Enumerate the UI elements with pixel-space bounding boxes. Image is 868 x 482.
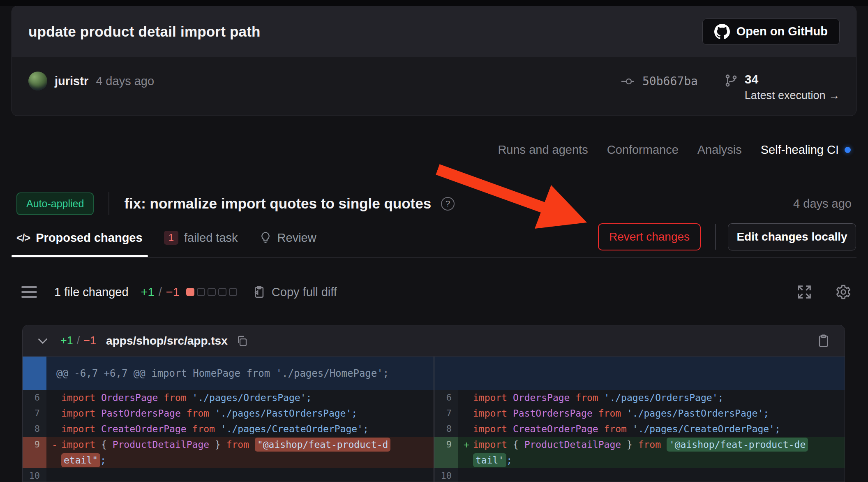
diff-toolbar: 1 file changed +1 / −1 Copy full diff xyxy=(21,282,852,302)
file-diff-card: +1 / −1 apps/shop/src/app.tsx @@ -6,7 +6… xyxy=(22,325,845,482)
tabs-row: </> Proposed changes 1 failed task Revie… xyxy=(16,225,316,250)
copy-file-diff-icon[interactable] xyxy=(816,334,831,348)
revert-changes-button[interactable]: Revert changes xyxy=(598,223,701,250)
failed-count-badge: 1 xyxy=(164,231,178,245)
diff-stat-block xyxy=(218,288,226,296)
author-name: juristr xyxy=(55,74,88,88)
file-diff-stats: +1 / −1 xyxy=(60,334,96,347)
top-nav: Runs and agents Conformance Analysis Sel… xyxy=(498,143,851,157)
diff-stat-block xyxy=(208,288,216,296)
diff-stat-block xyxy=(186,288,194,296)
nav-item-analysis[interactable]: Analysis xyxy=(697,143,742,157)
hunk-header-row: @@ -6,7 +6,7 @@ import HomePage from './… xyxy=(23,357,434,390)
divider xyxy=(715,224,716,250)
chevron-down-icon[interactable] xyxy=(37,338,48,344)
top-strip xyxy=(0,0,868,6)
line-number: 10 xyxy=(434,468,458,482)
diff-line: 9+import { ProductDetailPage } from '@ai… xyxy=(434,437,845,468)
help-icon[interactable]: ? xyxy=(441,197,455,211)
file-diff-header: +1 / −1 apps/shop/src/app.tsx xyxy=(23,325,845,357)
hunk-header-row xyxy=(434,357,845,390)
files-changed-label: 1 file changed xyxy=(54,285,129,299)
copy-path-icon[interactable] xyxy=(236,335,248,347)
active-tab-underline xyxy=(12,255,148,257)
divider xyxy=(108,192,109,215)
tab-failed-task[interactable]: 1 failed task xyxy=(164,231,238,245)
author-group: juristr 4 days ago xyxy=(28,71,154,91)
diff-line: 7import PastOrdersPage from './pages/Pas… xyxy=(434,406,845,421)
diff-panel-before: @@ -6,7 +6,7 @@ import HomePage from './… xyxy=(23,357,434,482)
diff-line: 8import CreateOrderPage from './pages/Cr… xyxy=(434,421,845,437)
diff-line: 10 xyxy=(434,468,845,482)
active-nav-dot xyxy=(845,147,851,153)
diff-line: 9-import { ProductDetailPage } from "@ai… xyxy=(23,437,434,468)
toolbar-right-icons xyxy=(796,284,852,300)
line-number: 7 xyxy=(434,406,458,421)
diff-line: 6import OrdersPage from './pages/OrdersP… xyxy=(434,390,845,406)
diff-stat-block xyxy=(229,288,237,296)
copy-full-diff-button[interactable]: Copy full diff xyxy=(252,285,337,299)
diff-line: 8import CreateOrderPage from './pages/Cr… xyxy=(23,421,434,437)
file-list-menu-icon[interactable] xyxy=(21,286,37,298)
line-number: 6 xyxy=(434,390,458,406)
line-number: 10 xyxy=(23,468,46,482)
execution-count: 34 xyxy=(745,71,840,88)
meta-group: 50b667ba 34 Latest execution → xyxy=(621,71,840,102)
diff-stat-blocks xyxy=(186,288,237,296)
diff-line: 10 xyxy=(23,468,434,482)
edit-changes-locally-button[interactable]: Edit changes locally xyxy=(728,223,856,250)
nav-item-runs-and-agents[interactable]: Runs and agents xyxy=(498,143,588,157)
latest-execution-link[interactable]: Latest execution → xyxy=(745,89,840,102)
line-number: 9 xyxy=(23,437,46,468)
line-number: 8 xyxy=(434,421,458,437)
git-commit-icon xyxy=(621,77,637,86)
commit-group[interactable]: 50b667ba xyxy=(621,74,698,88)
diff-line: 6import OrdersPage from './pages/OrdersP… xyxy=(23,390,434,406)
file-path: apps/shop/src/app.tsx xyxy=(106,334,228,348)
gear-icon[interactable] xyxy=(835,284,852,300)
tab-proposed-changes[interactable]: </> Proposed changes xyxy=(16,231,143,245)
auto-applied-badge: Auto-applied xyxy=(16,192,94,215)
fix-title: fix: normalize import quotes to single q… xyxy=(124,195,431,212)
avatar[interactable] xyxy=(28,72,47,90)
header-meta-section: juristr 4 days ago 50b667ba 34 Latest ex… xyxy=(12,57,856,102)
diff-panel-after: 6import OrdersPage from './pages/OrdersP… xyxy=(434,357,845,482)
diff-line: 7import PastOrdersPage from './pages/Pas… xyxy=(23,406,434,421)
clipboard-icon xyxy=(252,285,266,299)
fix-row: Auto-applied fix: normalize import quote… xyxy=(16,191,852,216)
tab-review[interactable]: Review xyxy=(259,231,316,245)
open-on-github-button[interactable]: Open on GitHub xyxy=(702,19,840,45)
github-button-label: Open on GitHub xyxy=(736,25,828,38)
git-branch-icon xyxy=(724,74,738,88)
tabs-bottom-border xyxy=(12,257,856,258)
diff-stats: +1 / −1 xyxy=(141,285,180,299)
lightbulb-icon xyxy=(259,232,272,244)
diff-body: @@ -6,7 +6,7 @@ import HomePage from './… xyxy=(23,357,845,482)
line-number: 6 xyxy=(23,390,46,406)
line-number: 8 xyxy=(23,421,46,437)
diff-stat-block xyxy=(197,288,205,296)
commit-hash: 50b667ba xyxy=(642,74,698,88)
execution-group: 34 Latest execution → xyxy=(724,71,840,102)
nav-item-self-healing-ci[interactable]: Self-healing CI xyxy=(761,143,851,157)
expand-icon[interactable] xyxy=(796,284,812,300)
code-icon: </> xyxy=(16,232,30,244)
line-number: 9 xyxy=(434,437,458,468)
commit-header-card: update product detail import path Open o… xyxy=(12,6,856,116)
nav-item-conformance[interactable]: Conformance xyxy=(607,143,679,157)
page-title: update product detail import path xyxy=(28,23,261,40)
github-icon xyxy=(714,24,730,39)
arrow-right-icon: → xyxy=(829,89,840,102)
fix-time: 4 days ago xyxy=(793,197,852,211)
header-top-section: update product detail import path Open o… xyxy=(12,6,856,57)
line-number: 7 xyxy=(23,406,46,421)
authored-time: 4 days ago xyxy=(96,74,154,88)
